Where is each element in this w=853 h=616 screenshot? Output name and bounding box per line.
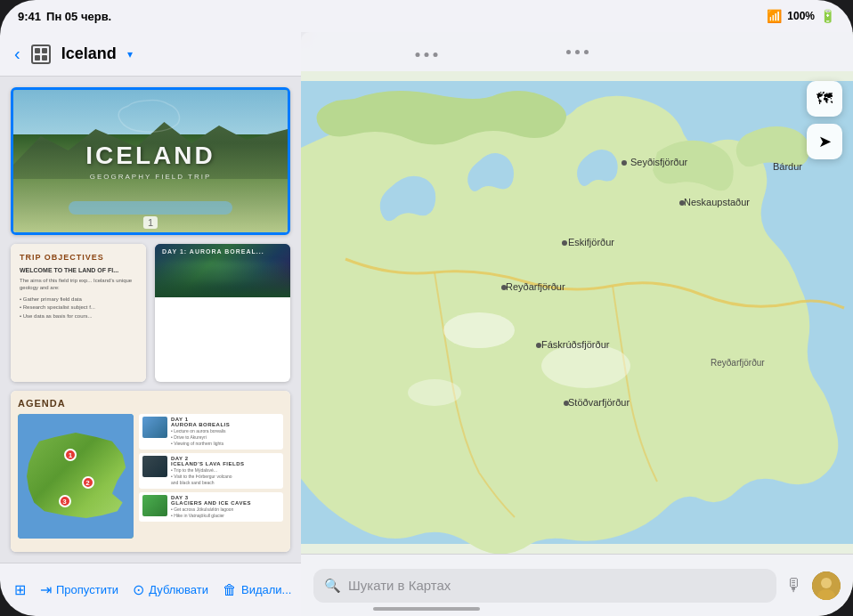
avatar-image <box>812 571 841 600</box>
maps-search-field[interactable]: 🔍 Шукати в Картах <box>313 569 776 603</box>
skip-button[interactable]: ⇥ Пропустити <box>33 576 126 604</box>
svg-point-2 <box>541 344 630 388</box>
back-button[interactable]: ‹ <box>14 44 20 64</box>
date: Пн 05 черв. <box>46 10 111 23</box>
status-bar-left: 9:41 Пн 05 черв. <box>18 10 111 23</box>
day-3-card: DAY 3GLACIERS AND ICE CAVES • Get across… <box>139 492 283 522</box>
add-slide-button[interactable]: ⊞ <box>7 576 33 604</box>
svg-text:Stöðvarfjörður: Stöðvarfjörður <box>568 397 630 408</box>
day-3-desc: • Get across Jökulsárlón lagoon• Hike in… <box>171 507 280 519</box>
map-land <box>24 433 128 520</box>
day-1-info: DAY 1AURORA BOREALIS • Lecture on aurora… <box>171 417 280 447</box>
slide-1-thumb[interactable]: ICELAND GEOGRAPHY FIELD TRIP 1 <box>11 87 290 235</box>
battery-level: 100% <box>787 10 815 22</box>
slide-1-title: ICELAND <box>85 142 215 170</box>
day-1-label: DAY 1AURORA BOREALIS <box>171 417 280 427</box>
home-indicator <box>373 607 480 611</box>
document-title[interactable]: Iceland <box>61 45 117 63</box>
day-3-thumb <box>142 495 167 516</box>
slide-1-overlay-text: ICELAND GEOGRAPHY FIELD TRIP <box>85 142 215 181</box>
delete-label: Видали... <box>241 583 291 596</box>
bullet-2: • Research specialist subject f... <box>20 304 137 312</box>
day-1-desc: • Lecture on aurora borealis• Drive to A… <box>171 428 280 447</box>
add-slide-icon: ⊞ <box>14 581 26 598</box>
day-3-info: DAY 3GLACIERS AND ICE CAVES • Get across… <box>171 495 280 519</box>
agenda-body: 1 2 3 DAY 1AURORA BOREALIS • Lecture on … <box>18 414 283 552</box>
skip-icon: ⇥ <box>40 581 52 598</box>
svg-point-7 <box>679 200 685 206</box>
wifi-icon: 📶 <box>767 9 782 23</box>
iceland-map-mini: 1 2 3 <box>18 414 134 539</box>
slide-2-content: TRIP OBJECTIVES WELCOME TO THE LAND OF F… <box>11 244 146 382</box>
agenda-days: DAY 1AURORA BOREALIS • Lecture on aurora… <box>139 414 283 552</box>
map-type-button[interactable]: 🗺 <box>807 81 842 117</box>
svg-text:Reyðarfjörður: Reyðarfjörður <box>506 281 565 292</box>
svg-text:Neskaupstaður: Neskaupstaður <box>684 197 750 207</box>
slides-grid-icon[interactable] <box>31 45 51 64</box>
iceland-outline-icon <box>115 97 186 133</box>
nav-dots <box>416 32 438 77</box>
slides-grid: ICELAND GEOGRAPHY FIELD TRIP 1 TRIP OBJE… <box>0 77 301 563</box>
duplicate-label: Дублювати <box>149 583 208 596</box>
agenda-title: AGENDA <box>18 398 283 409</box>
slide-3-content: DAY 1: AURORA BOREAL... <box>155 244 290 297</box>
svg-point-5 <box>621 160 627 166</box>
delete-icon: 🗑 <box>223 582 237 598</box>
slide-4-content: AGENDA 1 2 3 DAY 1AURORA BOREALIS <box>11 391 290 552</box>
slide-3-thumb[interactable]: DAY 1: AURORA BOREAL... <box>155 244 290 382</box>
svg-point-10 <box>562 240 567 246</box>
duplicate-button[interactable]: ⊙ Дублювати <box>126 576 215 604</box>
maps-panel: Seyðisfjörður Neskaupstaður Bárdur Eskif… <box>301 32 853 616</box>
svg-point-16 <box>564 401 569 406</box>
slide-1-number: 1 <box>143 216 158 229</box>
time: 9:41 <box>18 10 41 23</box>
welcome-text: WELCOME TO THE LAND OF FI... <box>20 267 137 273</box>
microphone-button[interactable]: 🎙 <box>785 575 803 596</box>
keynote-nav-bar: ‹ Iceland ▾ <box>0 32 301 77</box>
svg-text:Fáskrúðsfjörður: Fáskrúðsfjörður <box>541 339 610 350</box>
aurora-title: DAY 1: AURORA BOREAL... <box>162 248 264 255</box>
slide-1-content: ICELAND GEOGRAPHY FIELD TRIP <box>13 90 288 232</box>
slide-2-thumb[interactable]: TRIP OBJECTIVES WELCOME TO THE LAND OF F… <box>11 244 146 382</box>
day-3-label: DAY 3GLACIERS AND ICE CAVES <box>171 495 280 506</box>
svg-point-19 <box>821 578 832 588</box>
battery-icon: 🔋 <box>820 9 835 23</box>
title-chevron-icon[interactable]: ▾ <box>127 48 133 61</box>
day-2-info: DAY 2ICELAND'S LAVA FIELDS • Trip to the… <box>171 456 280 486</box>
day-1-thumb <box>142 417 167 438</box>
svg-text:Seyðisfjörður: Seyðisfjörður <box>630 157 688 167</box>
status-bar: 9:41 Пн 05 черв. 📶 100% 🔋 <box>0 0 853 32</box>
maps-controls: 🗺 ➤ <box>807 81 842 159</box>
maps-nav-dots <box>566 50 589 54</box>
svg-point-14 <box>536 343 541 348</box>
skip-label: Пропустити <box>56 583 118 596</box>
day-1-card: DAY 1AURORA BOREALIS • Lecture on aurora… <box>139 414 283 450</box>
status-bar-right: 📶 100% 🔋 <box>767 9 835 23</box>
slide-1-subtitle: GEOGRAPHY FIELD TRIP <box>85 173 215 181</box>
duplicate-icon: ⊙ <box>133 581 144 598</box>
river-bg <box>69 201 233 215</box>
day-2-card: DAY 2ICELAND'S LAVA FIELDS • Trip to the… <box>139 453 283 489</box>
day-2-thumb <box>142 456 167 477</box>
svg-text:Reyðarfjörður: Reyðarfjörður <box>711 358 765 368</box>
slide-4-thumb[interactable]: AGENDA 1 2 3 DAY 1AURORA BOREALIS <box>11 391 290 552</box>
user-avatar[interactable] <box>812 571 841 600</box>
iceland-map-svg: Seyðisfjörður Neskaupstaður Bárdur Eskif… <box>301 71 853 554</box>
map-pin-2: 2 <box>82 476 94 489</box>
day-2-label: DAY 2ICELAND'S LAVA FIELDS <box>171 456 280 466</box>
svg-text:Eskifjörður: Eskifjörður <box>568 237 614 247</box>
delete-button[interactable]: 🗑 Видали... <box>215 577 298 604</box>
search-icon: 🔍 <box>324 578 341 594</box>
map-view[interactable]: Seyðisfjörður Neskaupstaður Bárdur Eskif… <box>301 71 853 554</box>
search-placeholder-text: Шукати в Картах <box>348 578 451 593</box>
maps-nav-bar <box>301 32 853 71</box>
body-text: The aims of this field trip exp... Icela… <box>20 277 137 292</box>
svg-point-3 <box>408 379 461 406</box>
svg-point-12 <box>501 285 507 290</box>
map-pin-3: 3 <box>59 495 71 507</box>
bullet-1: • Gather primary field data <box>20 296 137 304</box>
svg-text:Bárdur: Bárdur <box>773 161 802 172</box>
day-2-desc: • Trip to the Mýdalsvé...• Visit to the … <box>171 467 280 486</box>
location-button[interactable]: ➤ <box>807 124 842 159</box>
trip-objectives-title: TRIP OBJECTIVES <box>20 253 137 262</box>
